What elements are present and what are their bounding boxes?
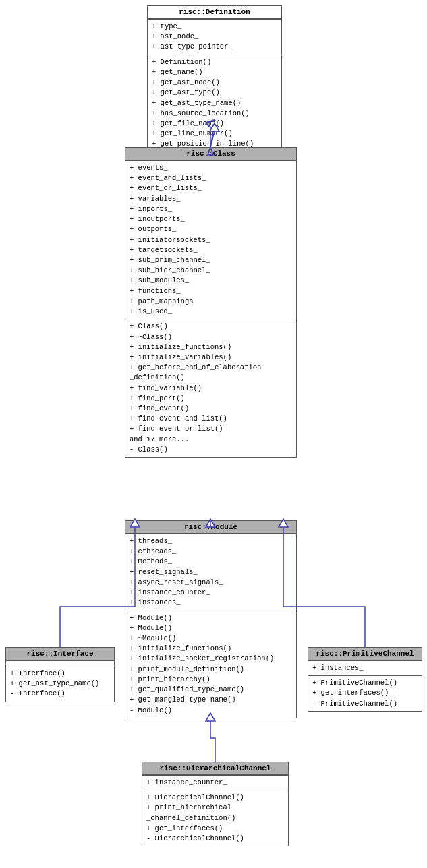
primitive-channel-attributes: + instances_: [308, 660, 422, 675]
hierarchical-channel-attributes: + instance_counter_: [142, 775, 288, 790]
class-methods: + Class() + ~Class() + initialize_functi…: [125, 319, 296, 457]
definition-attributes: + type_ + ast_node_ + ast_type_pointer_: [148, 19, 281, 55]
hierarchical-channel-methods: + HierarchicalChannel() + print_hierarch…: [142, 790, 288, 846]
hierarchical-channel-title: risc::HierarchicalChannel: [142, 762, 288, 775]
uml-diagram: risc::Definition + type_ + ast_node_ + a…: [0, 0, 427, 868]
class-box: risc::Class + events_ + event_and_lists_…: [125, 147, 297, 458]
primitive-channel-title: risc::PrimitiveChannel: [308, 648, 422, 660]
definition-box: risc::Definition + type_ + ast_node_ + a…: [147, 5, 282, 162]
interface-empty: [6, 660, 114, 666]
definition-methods: + Definition() + get_name() + get_ast_no…: [148, 55, 281, 162]
interface-methods: + Interface() + get_ast_type_name() - In…: [6, 666, 114, 702]
definition-title: risc::Definition: [148, 6, 281, 19]
class-attributes: + events_ + event_and_lists_ + event_or_…: [125, 160, 296, 319]
module-box: risc::Module + threads_ + cthreads_ + me…: [125, 520, 297, 718]
class-title: risc::Class: [125, 148, 296, 160]
module-attributes: + threads_ + cthreads_ + methods_ + rese…: [125, 534, 296, 611]
hierarchical-channel-box: risc::HierarchicalChannel + instance_cou…: [142, 762, 289, 846]
hierarchical-module-line: [210, 721, 215, 762]
module-methods: + Module() + Module() + ~Module() + init…: [125, 611, 296, 718]
interface-class-line: [60, 527, 135, 647]
interface-title: risc::Interface: [6, 648, 114, 660]
interface-box: risc::Interface + Interface() + get_ast_…: [5, 647, 115, 702]
primitive-channel-methods: + PrimitiveChannel() + get_interfaces() …: [308, 675, 422, 711]
module-title: risc::Module: [125, 521, 296, 534]
primitive-channel-box: risc::PrimitiveChannel + instances_ + Pr…: [308, 647, 422, 712]
